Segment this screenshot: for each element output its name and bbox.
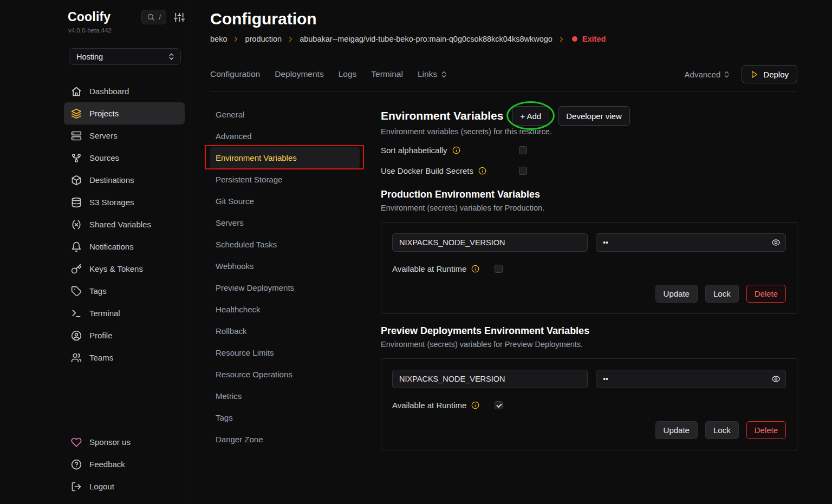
variable-icon [71, 219, 82, 230]
tab-terminal[interactable]: Terminal [371, 69, 403, 79]
lock-button[interactable]: Lock [705, 421, 739, 439]
breadcrumb-team[interactable]: beko [210, 35, 227, 43]
configuration-content: General Advanced Environment Variables P… [210, 92, 797, 450]
info-icon[interactable] [471, 401, 479, 409]
sort-alphabetically-label: Sort alphabetically [381, 146, 447, 155]
subnav-item-webhooks[interactable]: Webhooks [210, 255, 360, 277]
subnav-item-resource-operations[interactable]: Resource Operations [210, 363, 360, 385]
preview-env-subtitle: Environment (secrets) variables for Prev… [381, 340, 797, 349]
developer-view-button[interactable]: Developer view [558, 106, 630, 126]
breadcrumb-resource[interactable]: abubakar--meigag/vid-tube-beko-pro:main-… [300, 35, 552, 43]
subnav-item-scheduled-tasks[interactable]: Scheduled Tasks [210, 233, 360, 255]
sidebar-item-sponsor[interactable]: Sponsor us [64, 431, 185, 453]
subnav-item-environment-variables[interactable]: Environment Variables [210, 147, 360, 168]
team-select[interactable]: Hosting [69, 48, 181, 65]
info-icon[interactable] [452, 146, 460, 154]
subnav-item-advanced[interactable]: Advanced [210, 125, 360, 147]
subnav-item-danger-zone[interactable]: Danger Zone [210, 428, 360, 450]
sidebar-item-s3-storages[interactable]: S3 Storages [64, 191, 185, 213]
sort-alphabetically-row: Sort alphabetically [381, 143, 797, 156]
environment-variables-panel: Environment Variables + Add Developer vi… [381, 92, 797, 450]
chevrons-up-down-icon [723, 70, 731, 78]
preview-variable-card: Available at Runtime Update Lock Delete [381, 358, 797, 450]
subnav-item-rollback[interactable]: Rollback [210, 320, 360, 342]
subnav-item-servers[interactable]: Servers [210, 212, 360, 233]
lock-button[interactable]: Lock [705, 285, 739, 303]
sidebar-item-projects[interactable]: Projects [64, 102, 185, 125]
layers-icon [71, 108, 82, 119]
reveal-value-button[interactable] [771, 375, 781, 384]
heart-icon [71, 437, 82, 448]
variable-actions: Update Lock Delete [392, 421, 786, 439]
search-shortcut: / [159, 14, 161, 21]
sort-alphabetically-checkbox[interactable] [519, 146, 527, 154]
update-button[interactable]: Update [655, 421, 698, 439]
bell-icon [71, 241, 82, 252]
available-at-runtime-checkbox[interactable] [495, 265, 503, 273]
breadcrumb-environment[interactable]: production [245, 35, 282, 43]
sidebar-item-notifications[interactable]: Notifications [64, 235, 185, 258]
sidebar-item-servers[interactable]: Servers [64, 125, 185, 147]
sidebar-item-logout[interactable]: Logout [64, 475, 185, 498]
sidebar-nav: Dashboard Projects Servers Sources Desti… [64, 80, 185, 369]
delete-button[interactable]: Delete [746, 421, 786, 439]
docker-build-secrets-checkbox[interactable] [519, 167, 527, 175]
sidebar-item-label: Sources [89, 153, 119, 162]
tab-links[interactable]: Links [418, 69, 448, 79]
advanced-dropdown[interactable]: Advanced [685, 70, 731, 79]
sidebar-item-label: Shared Variables [89, 220, 151, 229]
tab-deployments[interactable]: Deployments [275, 69, 323, 79]
variable-value-input[interactable] [596, 233, 786, 252]
subnav-item-resource-limits[interactable]: Resource Limits [210, 342, 360, 363]
variable-key-input[interactable] [392, 233, 588, 252]
subnav-item-tags[interactable]: Tags [210, 407, 360, 428]
subnav-item-preview-deployments[interactable]: Preview Deployments [210, 277, 360, 298]
sidebar-item-shared-variables[interactable]: Shared Variables [64, 213, 185, 235]
search-button[interactable]: / [141, 10, 166, 24]
available-at-runtime-checkbox[interactable] [495, 401, 503, 409]
variable-key-input[interactable] [392, 370, 588, 388]
sidebar-item-profile[interactable]: Profile [64, 324, 185, 346]
tab-configuration[interactable]: Configuration [210, 69, 260, 79]
chevron-right-icon [287, 35, 295, 43]
sidebar-item-dashboard[interactable]: Dashboard [64, 80, 185, 102]
subnav-item-metrics[interactable]: Metrics [210, 385, 360, 407]
app-version: v4.0.0-beta.442 [68, 27, 185, 34]
subnav-item-git-source[interactable]: Git Source [210, 190, 360, 212]
subnav-item-healthcheck[interactable]: Healthcheck [210, 298, 360, 320]
variable-actions: Update Lock Delete [392, 285, 786, 303]
sidebar-item-label: S3 Storages [89, 198, 134, 207]
delete-button[interactable]: Delete [746, 285, 786, 303]
subnav-item-persistent-storage[interactable]: Persistent Storage [210, 168, 360, 190]
chevron-right-icon [557, 35, 566, 43]
sidebar-item-feedback[interactable]: Feedback [64, 453, 185, 475]
available-at-runtime-row: Available at Runtime [392, 262, 786, 275]
app-logo[interactable]: Coolify [68, 10, 110, 24]
reveal-value-button[interactable] [771, 238, 781, 247]
database-icon [71, 197, 82, 208]
variable-value-input[interactable] [596, 370, 786, 388]
sidebar-item-keys-tokens[interactable]: Keys & Tokens [64, 258, 185, 280]
info-icon[interactable] [471, 265, 479, 273]
info-icon[interactable] [478, 167, 486, 175]
sidebar-item-terminal[interactable]: Terminal [64, 302, 185, 324]
sidebar-item-teams[interactable]: Teams [64, 346, 185, 369]
subnav-item-general[interactable]: General [210, 103, 360, 125]
chevron-right-icon [232, 35, 240, 43]
sidebar-item-tags[interactable]: Tags [64, 280, 185, 302]
variable-inputs-row [392, 233, 786, 252]
main-area: Configuration beko production abubakar--… [191, 0, 832, 504]
deploy-button[interactable]: Deploy [742, 65, 797, 83]
global-settings-button[interactable] [174, 12, 185, 23]
section-title: Environment Variables [381, 109, 503, 122]
chevrons-up-down-icon [167, 53, 176, 61]
git-branch-icon [71, 153, 82, 163]
add-variable-button[interactable]: + Add [512, 106, 549, 126]
sidebar-item-sources[interactable]: Sources [64, 147, 185, 169]
variable-value-wrap [596, 370, 786, 388]
sidebar-item-label: Profile [89, 331, 113, 340]
update-button[interactable]: Update [655, 285, 698, 303]
status-dot [572, 36, 577, 42]
sidebar-item-destinations[interactable]: Destinations [64, 169, 185, 191]
tab-logs[interactable]: Logs [339, 69, 357, 79]
